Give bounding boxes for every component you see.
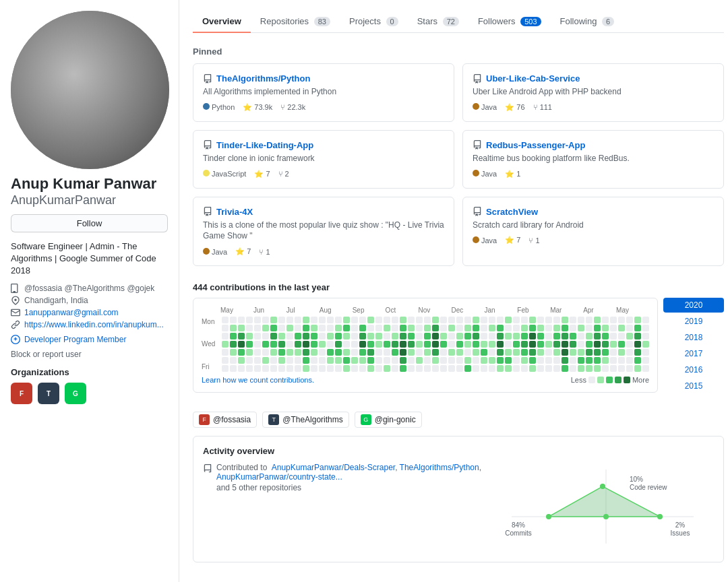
day-cell[interactable]	[246, 365, 253, 372]
tab-repositories[interactable]: Repositories 83	[251, 11, 340, 33]
day-cell[interactable]	[343, 349, 350, 356]
day-cell[interactable]	[262, 325, 269, 331]
day-cell[interactable]	[311, 333, 317, 340]
day-cell[interactable]	[464, 341, 471, 348]
day-cell[interactable]	[384, 349, 390, 356]
day-cell[interactable]	[456, 333, 463, 340]
day-cell[interactable]	[270, 317, 277, 323]
day-cell[interactable]	[594, 325, 601, 331]
day-cell[interactable]	[416, 317, 423, 323]
day-cell[interactable]	[246, 317, 253, 323]
day-cell[interactable]	[553, 317, 560, 323]
day-cell[interactable]	[375, 341, 382, 348]
day-cell[interactable]	[562, 341, 568, 348]
day-cell[interactable]	[392, 333, 398, 340]
day-cell[interactable]	[489, 341, 495, 348]
day-cell[interactable]	[513, 333, 520, 340]
day-cell[interactable]	[432, 325, 439, 331]
day-cell[interactable]	[562, 317, 568, 323]
day-cell[interactable]	[327, 349, 334, 356]
card-5-link[interactable]: ScratchView	[486, 207, 538, 217]
day-cell[interactable]	[456, 365, 463, 372]
day-cell[interactable]	[392, 317, 398, 323]
day-cell[interactable]	[481, 317, 487, 323]
year-2015[interactable]: 2015	[663, 379, 724, 393]
day-cell[interactable]	[367, 317, 374, 323]
day-cell[interactable]	[634, 357, 641, 364]
day-cell[interactable]	[351, 365, 358, 372]
day-cell[interactable]	[537, 349, 544, 356]
day-cell[interactable]	[262, 365, 269, 372]
day-cell[interactable]	[456, 349, 463, 356]
day-cell[interactable]	[335, 341, 342, 348]
day-cell[interactable]	[311, 365, 317, 372]
day-cell[interactable]	[278, 325, 285, 331]
day-cell[interactable]	[505, 317, 512, 323]
day-cell[interactable]	[562, 333, 568, 340]
day-cell[interactable]	[400, 365, 406, 372]
day-cell[interactable]	[602, 325, 609, 331]
day-cell[interactable]	[521, 365, 528, 372]
day-cell[interactable]	[335, 357, 342, 364]
day-cell[interactable]	[262, 349, 269, 356]
day-cell[interactable]	[254, 349, 261, 356]
day-cell[interactable]	[327, 357, 334, 364]
tab-following[interactable]: Following 6	[551, 11, 624, 33]
day-cell[interactable]	[432, 341, 439, 348]
day-cell[interactable]	[246, 333, 253, 340]
day-cell[interactable]	[286, 349, 293, 356]
day-cell[interactable]	[392, 365, 398, 372]
day-cell[interactable]	[529, 333, 536, 340]
day-cell[interactable]	[327, 365, 334, 372]
day-cell[interactable]	[408, 325, 415, 331]
day-cell[interactable]	[238, 325, 245, 331]
day-cell[interactable]	[553, 357, 560, 364]
day-cell[interactable]	[489, 365, 495, 372]
day-cell[interactable]	[481, 341, 487, 348]
day-cell[interactable]	[610, 325, 617, 331]
day-cell[interactable]	[602, 365, 609, 372]
day-cell[interactable]	[586, 357, 593, 364]
day-cell[interactable]	[473, 365, 479, 372]
day-cell[interactable]	[529, 325, 536, 331]
day-cell[interactable]	[278, 357, 285, 364]
day-cell[interactable]	[262, 357, 269, 364]
day-cell[interactable]	[513, 349, 520, 356]
day-cell[interactable]	[408, 365, 415, 372]
day-cell[interactable]	[254, 333, 261, 340]
day-cell[interactable]	[473, 333, 479, 340]
day-cell[interactable]	[440, 333, 447, 340]
day-cell[interactable]	[456, 341, 463, 348]
day-cell[interactable]	[254, 317, 261, 323]
day-cell[interactable]	[327, 341, 334, 348]
day-cell[interactable]	[578, 341, 584, 348]
day-cell[interactable]	[602, 349, 609, 356]
day-cell[interactable]	[464, 349, 471, 356]
day-cell[interactable]	[537, 365, 544, 372]
day-cell[interactable]	[295, 325, 301, 331]
org-fossasia[interactable]: F	[11, 383, 32, 404]
day-cell[interactable]	[230, 317, 237, 323]
day-cell[interactable]	[505, 349, 512, 356]
day-cell[interactable]	[246, 325, 253, 331]
day-cell[interactable]	[408, 333, 415, 340]
day-cell[interactable]	[497, 357, 504, 364]
day-cell[interactable]	[384, 357, 390, 364]
day-cell[interactable]	[537, 325, 544, 331]
day-cell[interactable]	[594, 317, 601, 323]
day-cell[interactable]	[642, 317, 649, 323]
tab-followers[interactable]: Followers 503	[468, 11, 551, 33]
email-link[interactable]: 1anuppanwar@gmail.com	[24, 308, 119, 317]
day-cell[interactable]	[408, 349, 415, 356]
day-cell[interactable]	[400, 341, 406, 348]
day-cell[interactable]	[505, 357, 512, 364]
day-cell[interactable]	[400, 333, 406, 340]
day-cell[interactable]	[578, 325, 584, 331]
day-cell[interactable]	[416, 365, 423, 372]
day-cell[interactable]	[570, 365, 576, 372]
day-cell[interactable]	[303, 349, 309, 356]
day-cell[interactable]	[367, 349, 374, 356]
day-cell[interactable]	[578, 365, 584, 372]
day-cell[interactable]	[230, 325, 237, 331]
day-cell[interactable]	[594, 365, 601, 372]
